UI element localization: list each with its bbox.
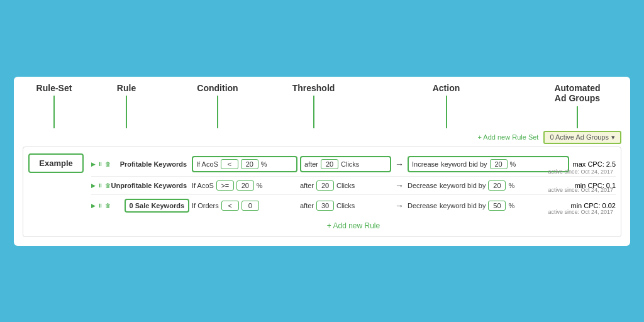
cpc-val-1: 2.5 (606, 160, 616, 168)
threshold-unit-2: Clicks (336, 182, 355, 189)
active-since-1: active since: Oct 24, 2017 (548, 169, 613, 175)
threshold-val-3[interactable]: 30 (316, 201, 334, 211)
action-unit-1: % (510, 160, 516, 168)
rule-name-3: 0 Sale Keywords (105, 199, 192, 213)
arrow-3: → (395, 201, 404, 211)
arrow-2: → (395, 180, 404, 191)
header-threshold: Threshold (292, 83, 335, 93)
threshold-after-2: after (300, 182, 314, 189)
add-rule-set-link[interactable]: + Add new Rule Set (478, 133, 539, 141)
header-automated: AutomatedAd Groups (554, 83, 600, 104)
active-since-2: active since: Oct 24, 2017 (548, 187, 613, 193)
action-val-2[interactable]: 20 (488, 180, 506, 191)
action-desc-3: keyword bid by (440, 202, 486, 209)
arrow-1: → (395, 159, 404, 169)
action-val-3[interactable]: 50 (488, 201, 506, 211)
top-actions: + Add new Rule Set 0 Active Ad Groups ▾ (23, 131, 621, 144)
header-rule: Rule (117, 83, 136, 93)
table-row: ▶ ⏸ 🗑 Unprofitable Keywords If AcoS >= 2… (91, 177, 616, 195)
threshold-val-2[interactable]: 20 (316, 180, 334, 191)
condition-area-2: If AcoS >= 20 % (192, 180, 297, 191)
condition-val-3[interactable]: 0 (242, 201, 259, 211)
action-unit-3: % (508, 202, 514, 209)
action-area-2: Decrease keyword bid by 20 % (408, 180, 571, 191)
condition-area-3: If Orders < 0 (192, 201, 297, 211)
condition-if-1: If AcoS (196, 160, 218, 168)
threshold-unit-1: Clicks (341, 160, 359, 168)
condition-val-2[interactable]: 20 (236, 180, 254, 191)
cpc-label-1: max CPC: (573, 160, 604, 168)
active-ad-groups-btn[interactable]: 0 Active Ad Groups ▾ (543, 131, 621, 144)
pause-icon-3[interactable]: ⏸ (97, 203, 103, 209)
action-box-1: Increase keyword bid by 20 % (408, 156, 569, 172)
threshold-after-3: after (300, 202, 314, 209)
threshold-box-1: after 20 Clicks (300, 156, 391, 172)
action-desc-1: keyword bid by (441, 160, 487, 168)
header-condition: Condition (197, 83, 238, 93)
action-val-1[interactable]: 20 (490, 159, 508, 169)
active-since-3: active since: Oct 24, 2017 (548, 209, 613, 215)
condition-val-1[interactable]: 20 (241, 159, 258, 169)
condition-unit-2: % (257, 182, 263, 189)
condition-op-3[interactable]: < (221, 201, 239, 211)
header-rule-set: Rule-Set (36, 83, 72, 93)
threshold-val-1[interactable]: 20 (321, 159, 338, 169)
play-icon-2[interactable]: ▶ (91, 182, 96, 189)
action-unit-2: % (508, 182, 514, 189)
action-area-3: Decrease keyword bid by 50 % (408, 201, 567, 211)
cpc-area-1: max CPC: 2.5 (573, 160, 616, 168)
condition-if-2: If AcoS (192, 182, 214, 189)
table-row: ▶ ⏸ 🗑 0 Sale Keywords If Orders < 0 afte… (91, 195, 616, 216)
main-container: Rule-Set Rule Condition Threshold Action… (14, 77, 630, 246)
action-verb-3: Decrease (408, 202, 437, 209)
condition-unit-1: % (261, 160, 267, 168)
threshold-after-1: after (304, 160, 318, 168)
condition-op-1[interactable]: < (221, 159, 238, 169)
condition-if-3: If Orders (192, 202, 219, 209)
condition-op-2[interactable]: >= (216, 180, 234, 191)
action-desc-2: keyword bid by (440, 182, 486, 189)
threshold-unit-3: Clicks (336, 202, 355, 209)
rule-name-2: Unprofitable Keywords (105, 182, 192, 189)
action-verb-1: Increase (412, 160, 438, 168)
threshold-area-3: after 30 Clicks (300, 201, 391, 211)
condition-box-1: If AcoS < 20 % (192, 156, 297, 172)
threshold-area-2: after 20 Clicks (300, 180, 391, 191)
rule-set-box: Example (28, 153, 84, 173)
add-rule-link[interactable]: + Add new Rule (327, 221, 380, 230)
pause-icon-2[interactable]: ⏸ (97, 182, 103, 189)
pause-icon[interactable]: ⏸ (97, 161, 103, 167)
action-verb-2: Decrease (408, 182, 437, 189)
table-row: ▶ ⏸ 🗑 Profitable Keywords If AcoS < 20 %… (91, 152, 616, 177)
rule-name-1: Profitable Keywords (105, 160, 192, 168)
play-icon-3[interactable]: ▶ (91, 203, 96, 209)
table-area: Example ▶ ⏸ 🗑 Profitable Keywords If Aco… (23, 147, 621, 237)
play-icon[interactable]: ▶ (91, 161, 96, 167)
add-rule-area: + Add new Rule (91, 216, 616, 231)
header-action: Action (433, 83, 460, 93)
